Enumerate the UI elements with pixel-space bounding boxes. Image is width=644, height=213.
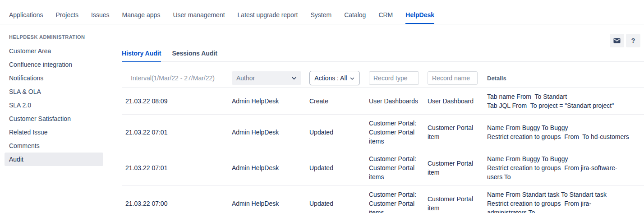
detail-line: Name From Standart task To Standart task	[487, 190, 630, 199]
cell-action: Updated	[309, 199, 369, 208]
nav-item-applications[interactable]: Applications	[9, 0, 43, 24]
cell-details: Tab name From To Standart Tab JQL From T…	[487, 92, 644, 110]
cell-author: Admin HelpDesk	[232, 163, 309, 172]
cell-record-type: Customer Portal: Customer Portal items	[369, 190, 428, 213]
detail-line: Restrict creation to groups From jira-so…	[487, 163, 630, 181]
top-navigation: Applications Projects Issues Manage apps…	[0, 0, 644, 24]
mail-button[interactable]	[610, 34, 624, 47]
cell-record-name: Customer Portal item	[428, 159, 487, 177]
cell-timestamp: 21.03.22 07:01	[122, 163, 232, 172]
author-select-value: Author	[236, 74, 255, 82]
help-button[interactable]: ?	[626, 34, 640, 47]
nav-item-user-management[interactable]: User management	[173, 0, 225, 24]
nav-item-helpdesk[interactable]: HelpDesk	[405, 0, 434, 24]
interval-filter[interactable]: Interval(1/Mar/22 - 27/Mar/22)	[122, 74, 232, 82]
audit-tabs: History Audit Sessions Audit	[122, 50, 644, 62]
cell-details: Name From Buggy To Buggy Restrict creati…	[487, 123, 644, 141]
record-type-input[interactable]	[369, 71, 419, 85]
detail-line: Tab name From To Standart	[487, 92, 630, 101]
detail-line: Tab JQL From To project = "Standart proj…	[487, 101, 630, 110]
cell-author: Admin HelpDesk	[232, 128, 309, 137]
author-select[interactable]: Author	[232, 71, 301, 85]
detail-line: Restrict creation to groups From To hd-c…	[487, 132, 630, 141]
toolbar: ?	[610, 34, 640, 47]
sidebar-item-sla-ola[interactable]: SLA & OLA	[5, 85, 103, 98]
cell-record-type: Customer Portal: Customer Portal items	[369, 119, 428, 146]
sidebar-section-header: HELPDESK ADMINISTRATION	[0, 34, 108, 40]
tab-sessions-audit[interactable]: Sessions Audit	[172, 50, 217, 62]
cell-details: Name From Standart task To Standart task…	[487, 190, 644, 213]
chevron-down-icon	[290, 74, 298, 82]
cell-author: Admin HelpDesk	[232, 97, 309, 106]
cell-record-type: Customer Portal: Customer Portal items	[369, 154, 428, 181]
table-row: 21.03.22 08:09 Admin HelpDesk Create Use…	[122, 88, 644, 115]
detail-line: Name From Buggy To Buggy	[487, 154, 630, 163]
sidebar-item-notifications[interactable]: Notifications	[5, 71, 103, 85]
cell-action: Updated	[309, 128, 369, 137]
nav-item-projects[interactable]: Projects	[56, 0, 79, 24]
envelope-icon	[613, 37, 621, 45]
sidebar: HELPDESK ADMINISTRATION Customer Area Co…	[0, 24, 108, 213]
nav-item-crm[interactable]: CRM	[378, 0, 393, 24]
actions-select-value: Actions : All	[314, 74, 347, 82]
tab-history-audit[interactable]: History Audit	[122, 50, 161, 62]
cell-timestamp: 21.03.22 07:00	[122, 199, 232, 208]
table-row: 21.03.22 07:01 Admin HelpDesk Updated Cu…	[122, 150, 644, 186]
cell-timestamp: 21.03.22 07:01	[122, 128, 232, 137]
nav-item-latest-upgrade-report[interactable]: Latest upgrade report	[238, 0, 298, 24]
details-column-header: Details	[487, 75, 644, 82]
sidebar-item-customer-area[interactable]: Customer Area	[5, 44, 103, 58]
cell-record-name: Customer Portal item	[428, 194, 487, 213]
nav-item-catalog[interactable]: Catalog	[344, 0, 366, 24]
table-row: 21.03.22 07:00 Admin HelpDesk Updated Cu…	[122, 186, 644, 213]
cell-record-name: Customer Portal item	[428, 123, 487, 141]
sidebar-item-audit[interactable]: Audit	[5, 153, 103, 166]
sidebar-item-customer-satisfaction[interactable]: Customer Satisfaction	[5, 112, 103, 125]
cell-action: Updated	[309, 163, 369, 172]
cell-action: Create	[309, 97, 369, 106]
sidebar-item-comments[interactable]: Comments	[5, 139, 103, 153]
record-name-input[interactable]	[428, 71, 478, 85]
chevron-down-icon	[350, 75, 355, 81]
cell-details: Name From Buggy To Buggy Restrict creati…	[487, 154, 644, 181]
detail-line: Name From Buggy To Buggy	[487, 123, 630, 132]
filter-row: Interval(1/Mar/22 - 27/Mar/22) Author Ac…	[122, 69, 644, 88]
main-content: ? History Audit Sessions Audit Interval(…	[108, 24, 644, 213]
cell-author: Admin HelpDesk	[232, 199, 309, 208]
nav-item-manage-apps[interactable]: Manage apps	[122, 0, 161, 24]
detail-line: Restrict creation to groups From jira-ad…	[487, 199, 630, 213]
actions-select[interactable]: Actions : All	[309, 71, 360, 85]
cell-timestamp: 21.03.22 08:09	[122, 97, 232, 106]
sidebar-item-confluence-integration[interactable]: Confluence integration	[5, 58, 103, 71]
cell-record-type: User Dashboards	[369, 97, 428, 106]
nav-item-system[interactable]: System	[310, 0, 331, 24]
table-row: 21.03.22 07:01 Admin HelpDesk Updated Cu…	[122, 115, 644, 150]
nav-item-issues[interactable]: Issues	[91, 0, 109, 24]
cell-record-name: User Dashboard	[428, 97, 487, 106]
sidebar-item-related-issue[interactable]: Related Issue	[5, 125, 103, 139]
sidebar-item-sla-2-0[interactable]: SLA 2.0	[5, 98, 103, 112]
